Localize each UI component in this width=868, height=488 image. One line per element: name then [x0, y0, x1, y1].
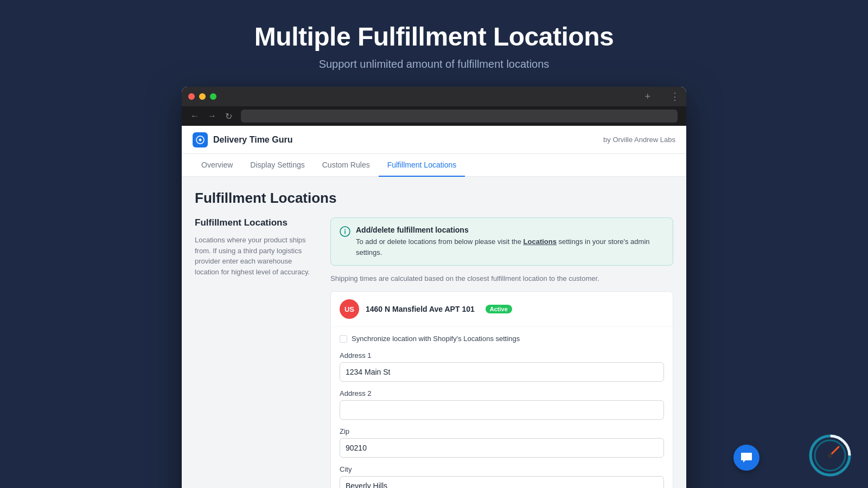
location-form: Synchronize location with Shopify's Loca… — [331, 326, 673, 488]
address-bar[interactable] — [241, 110, 678, 123]
address2-group: Address 2 — [340, 389, 664, 420]
left-panel-description: Locations where your product ships from.… — [195, 235, 314, 277]
right-content: Add/delete fulfillment locations To add … — [330, 217, 673, 488]
left-panel-heading: Fulfillment Locations — [195, 217, 314, 228]
main-subheading: Support unlimited amount of fulfillment … — [0, 58, 868, 70]
sync-label: Synchronize location with Shopify's Loca… — [352, 335, 520, 343]
browser-window: + ⋮ ← → ↻ Delivery Time Guru by Orvi — [182, 87, 686, 488]
main-heading: Multiple Fulfillment Locations — [0, 22, 868, 52]
page-header: Multiple Fulfillment Locations Support u… — [0, 0, 868, 87]
nav-tabs: Overview Display Settings Custom Rules F… — [182, 154, 686, 177]
sync-checkbox-row: Synchronize location with Shopify's Loca… — [340, 335, 664, 343]
city-group: City — [340, 465, 664, 488]
address2-input[interactable] — [340, 400, 664, 420]
city-input[interactable] — [340, 476, 664, 488]
app-header: Delivery Time Guru by Orville Andrew Lab… — [182, 126, 686, 154]
close-button[interactable] — [188, 93, 195, 100]
location-card: US 1460 N Mansfield Ave APT 101 Active S… — [330, 291, 673, 488]
tab-overview[interactable]: Overview — [193, 154, 241, 177]
content-wrapper: Fulfillment Locations Fulfillment Locati… — [182, 177, 686, 488]
svg-point-3 — [344, 229, 346, 230]
shipping-notice: Shipping times are calculated based on t… — [330, 274, 673, 282]
chat-fab-button[interactable] — [733, 445, 760, 471]
app-title: Delivery Time Guru — [213, 135, 292, 145]
info-banner-title: Add/delete fulfillment locations — [356, 226, 664, 234]
reload-button[interactable]: ↻ — [223, 110, 234, 123]
address2-label: Address 2 — [340, 389, 664, 397]
speed-gauge-icon — [808, 434, 852, 477]
location-header: US 1460 N Mansfield Ave APT 101 Active — [331, 292, 673, 326]
back-button[interactable]: ← — [188, 110, 201, 122]
address1-input[interactable] — [340, 362, 664, 382]
tab-display-settings[interactable]: Display Settings — [241, 154, 313, 177]
info-banner-body-start: To add or delete locations from below pl… — [356, 237, 524, 246]
info-banner-body: To add or delete locations from below pl… — [356, 236, 664, 258]
browser-more-button[interactable]: ⋮ — [670, 91, 680, 102]
browser-titlebar: + ⋮ — [182, 87, 686, 106]
two-col-layout: Fulfillment Locations Locations where yo… — [182, 217, 686, 488]
zip-label: Zip — [340, 427, 664, 435]
sync-checkbox[interactable] — [340, 335, 347, 343]
location-avatar: US — [340, 299, 359, 319]
page-title-wrapper: Fulfillment Locations — [182, 177, 686, 207]
browser-addressbar: ← → ↻ — [182, 106, 686, 126]
info-banner-link[interactable]: Locations — [524, 237, 557, 246]
address1-group: Address 1 — [340, 351, 664, 382]
address1-label: Address 1 — [340, 351, 664, 359]
zip-input[interactable] — [340, 438, 664, 458]
info-icon — [340, 226, 350, 240]
minimize-button[interactable] — [199, 93, 206, 100]
city-label: City — [340, 465, 664, 473]
page-title: Fulfillment Locations — [195, 190, 673, 207]
tab-fulfillment-locations[interactable]: Fulfillment Locations — [379, 154, 465, 177]
forward-button[interactable]: → — [206, 110, 219, 122]
app-byline: by Orville Andrew Labs — [603, 136, 675, 144]
left-panel: Fulfillment Locations Locations where yo… — [195, 217, 314, 488]
tab-custom-rules[interactable]: Custom Rules — [314, 154, 379, 177]
app-logo: Delivery Time Guru — [193, 132, 292, 147]
info-banner-content: Add/delete fulfillment locations To add … — [356, 226, 664, 258]
location-name: 1460 N Mansfield Ave APT 101 — [366, 305, 475, 313]
svg-point-8 — [828, 453, 832, 458]
active-badge: Active — [486, 305, 512, 313]
zip-group: Zip — [340, 427, 664, 458]
logo-icon — [193, 132, 208, 147]
info-banner: Add/delete fulfillment locations To add … — [330, 217, 673, 266]
new-tab-button[interactable]: + — [644, 91, 650, 102]
maximize-button[interactable] — [210, 93, 216, 100]
